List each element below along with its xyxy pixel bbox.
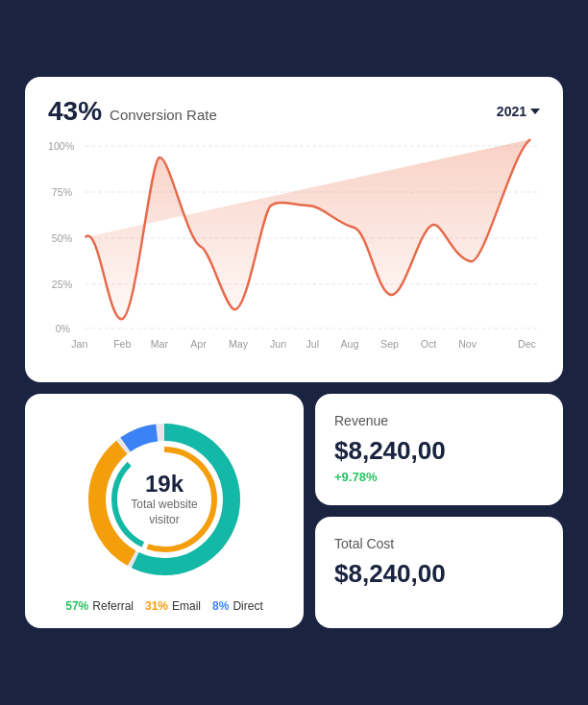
svg-text:50%: 50% xyxy=(52,232,73,244)
svg-text:Aug: Aug xyxy=(341,338,359,350)
revenue-change: +9.78% xyxy=(334,470,544,484)
svg-text:Oct: Oct xyxy=(421,338,437,350)
svg-text:Mar: Mar xyxy=(151,338,169,350)
revenue-title: Revenue xyxy=(334,413,544,428)
conversion-percent: 43% xyxy=(48,96,102,127)
svg-text:Apr: Apr xyxy=(190,338,207,350)
bottom-section: 19k Total websitevisitor 57% Referral 31… xyxy=(25,394,563,628)
svg-text:75%: 75% xyxy=(52,186,73,198)
direct-percent: 8% xyxy=(212,599,229,613)
legend-direct: 8% Direct xyxy=(212,599,263,613)
year-value: 2021 xyxy=(497,104,527,119)
email-label: Email xyxy=(172,599,201,613)
card-header: 43% Conversion Rate 2021 xyxy=(48,96,540,127)
total-cost-value: $8,240,00 xyxy=(334,559,544,589)
legend-referral: 57% Referral xyxy=(65,599,134,613)
conversion-rate-card: 43% Conversion Rate 2021 100% 75% 50% xyxy=(25,77,563,382)
total-cost-card: Total Cost $8,240,00 xyxy=(315,517,563,628)
direct-label: Direct xyxy=(233,599,262,613)
conversion-title: 43% Conversion Rate xyxy=(48,96,217,127)
svg-text:Jul: Jul xyxy=(306,338,320,350)
donut-card: 19k Total websitevisitor 57% Referral 31… xyxy=(25,394,304,628)
chevron-down-icon xyxy=(530,109,540,114)
email-percent: 31% xyxy=(145,599,168,613)
donut-legend: 57% Referral 31% Email 8% Direct xyxy=(65,599,262,613)
svg-text:0%: 0% xyxy=(56,323,71,334)
right-cards: Revenue $8,240,00 +9.78% Total Cost $8,2… xyxy=(315,394,563,628)
svg-text:Dec: Dec xyxy=(518,338,536,350)
year-selector[interactable]: 2021 xyxy=(497,104,540,119)
svg-text:Feb: Feb xyxy=(113,338,131,350)
line-chart: 100% 75% 50% 25% 0% Jan Feb xyxy=(48,136,540,367)
svg-text:100%: 100% xyxy=(48,140,75,152)
referral-percent: 57% xyxy=(65,599,88,613)
legend-email: 31% Email xyxy=(145,599,201,613)
donut-value: 19k xyxy=(131,471,197,498)
revenue-card: Revenue $8,240,00 +9.78% xyxy=(315,394,563,505)
svg-text:Sep: Sep xyxy=(380,338,399,350)
svg-text:25%: 25% xyxy=(52,279,73,290)
donut-chart: 19k Total websitevisitor xyxy=(87,423,241,576)
svg-text:Jun: Jun xyxy=(270,338,286,350)
donut-center: 19k Total websitevisitor xyxy=(131,471,197,527)
donut-label: Total websitevisitor xyxy=(131,498,197,527)
total-cost-title: Total Cost xyxy=(334,536,544,551)
conversion-label: Conversion Rate xyxy=(110,107,217,123)
referral-label: Referral xyxy=(92,599,134,613)
chart-svg: 100% 75% 50% 25% 0% Jan Feb xyxy=(48,136,540,367)
svg-text:May: May xyxy=(229,338,249,350)
svg-text:Jan: Jan xyxy=(71,338,87,350)
svg-text:Nov: Nov xyxy=(458,338,477,350)
dashboard: 43% Conversion Rate 2021 100% 75% 50% xyxy=(15,67,573,638)
revenue-value: $8,240,00 xyxy=(334,436,544,466)
